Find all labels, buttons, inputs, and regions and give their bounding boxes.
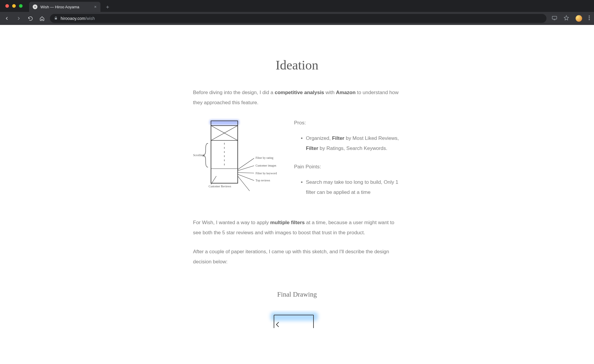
- tab-favicon-icon: ✦: [33, 4, 37, 9]
- intro-text: Before diving into the design, I did a: [193, 90, 275, 95]
- window-controls: [4, 0, 25, 12]
- intro-bold-2: Amazon: [336, 90, 356, 95]
- window-minimize-button[interactable]: [12, 4, 16, 8]
- nav-icon-group: [4, 16, 45, 21]
- url-host: hirooaoy.com: [61, 16, 85, 21]
- intro-text-2: with: [324, 90, 336, 95]
- browser-tab[interactable]: ✦ Wish — Hiroo Aoyama ×: [29, 2, 100, 12]
- svg-line-15: [238, 172, 254, 173]
- analysis-row: Scrolling Customer Reviews Filter by rat…: [193, 117, 401, 206]
- back-button[interactable]: [4, 16, 10, 21]
- install-app-icon[interactable]: [552, 15, 557, 21]
- url-path: /wish: [85, 16, 95, 21]
- sketch-label-filter-rating: Filter by rating: [256, 156, 273, 159]
- section-title: Ideation: [193, 58, 401, 73]
- para-iterations: After a couple of paper iterations, I ca…: [193, 247, 401, 267]
- sketch-label-filter-keyword: Filter by keyword: [256, 172, 277, 175]
- sketch-label-scrolling: Scrolling: [193, 153, 204, 157]
- lock-icon: [54, 16, 58, 21]
- profile-avatar[interactable]: [576, 15, 582, 22]
- pain-points-item: Search may take too long to build, Only …: [306, 177, 401, 197]
- forward-button[interactable]: [16, 16, 21, 21]
- toolbar-right-icons: [552, 15, 590, 22]
- sketch-label-customer-images: Customer images: [256, 164, 276, 167]
- kebab-menu-icon[interactable]: [589, 15, 590, 21]
- address-bar[interactable]: hirooaoy.com/wish: [50, 14, 546, 23]
- svg-point-2: [589, 17, 590, 18]
- tab-strip: ✦ Wish — Hiroo Aoyama × ＋: [0, 0, 594, 12]
- tab-title: Wish — Hiroo Aoyama: [40, 5, 79, 9]
- pros-label: Pros:: [294, 118, 401, 128]
- sketch-label-top-reviews: Top reviews: [256, 179, 270, 182]
- pain-points-list: Search may take too long to build, Only …: [294, 177, 401, 197]
- pros-item: Organized, Filter by Most Liked Reviews,…: [306, 133, 401, 153]
- article-content: Ideation Before diving into the design, …: [193, 25, 401, 328]
- svg-line-14: [238, 166, 254, 171]
- svg-point-1: [589, 15, 590, 17]
- svg-line-16: [238, 174, 254, 181]
- tab-close-icon[interactable]: ×: [94, 4, 97, 9]
- url-text: hirooaoy.com/wish: [61, 16, 95, 21]
- browser-toolbar: hirooaoy.com/wish: [0, 12, 594, 25]
- sketch-label-customer-reviews: Customer Reviews: [209, 185, 231, 188]
- final-drawing-sketch: [193, 310, 401, 328]
- bookmark-star-icon[interactable]: [564, 15, 569, 22]
- para-multiple-filters: For Wish, I wanted a way to apply multip…: [193, 218, 401, 238]
- svg-point-3: [589, 19, 590, 20]
- analysis-notes: Pros: Organized, Filter by Most Liked Re…: [294, 117, 401, 206]
- reload-button[interactable]: [28, 16, 33, 21]
- final-drawing-heading: Final Drawing: [193, 291, 401, 298]
- svg-line-13: [238, 158, 254, 170]
- new-tab-button[interactable]: ＋: [103, 3, 112, 11]
- browser-chrome: ✦ Wish — Hiroo Aoyama × ＋ h: [0, 0, 594, 25]
- competitive-sketch: Scrolling Customer Reviews Filter by rat…: [193, 117, 282, 206]
- svg-rect-18: [270, 312, 318, 321]
- window-close-button[interactable]: [5, 4, 9, 8]
- home-button[interactable]: [40, 16, 45, 21]
- window-maximize-button[interactable]: [19, 4, 23, 8]
- pain-points-label: Pain Points:: [294, 162, 401, 172]
- page-viewport: Ideation Before diving into the design, …: [0, 25, 594, 364]
- intro-bold-1: competitive analysis: [275, 90, 324, 95]
- svg-rect-0: [552, 16, 557, 19]
- intro-paragraph: Before diving into the design, I did a c…: [193, 88, 401, 108]
- pros-list: Organized, Filter by Most Liked Reviews,…: [294, 133, 401, 153]
- svg-rect-4: [209, 120, 239, 125]
